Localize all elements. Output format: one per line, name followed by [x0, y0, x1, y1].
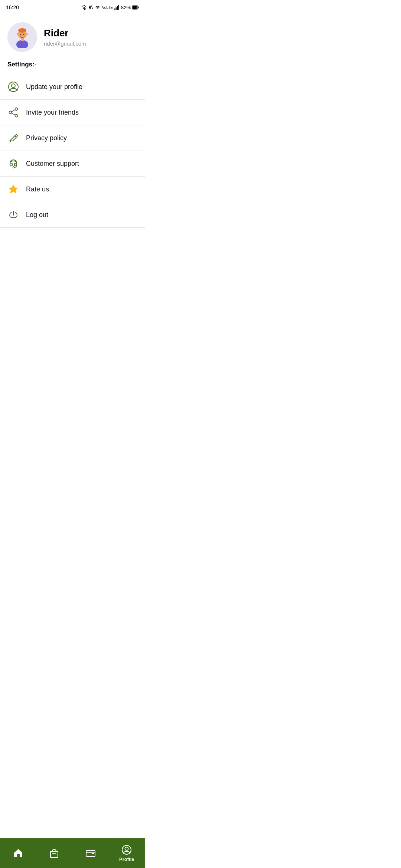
- svg-line-23: [12, 110, 15, 112]
- menu-item-update-profile[interactable]: Update your profile: [0, 74, 145, 100]
- headset-icon: [7, 158, 19, 170]
- menu-label-log-out: Log out: [26, 211, 48, 219]
- avatar: [7, 22, 37, 52]
- signal-icon: [114, 5, 120, 10]
- svg-marker-27: [9, 185, 18, 193]
- avatar-svg: [11, 26, 33, 48]
- svg-point-16: [16, 40, 28, 48]
- svg-point-20: [15, 108, 18, 111]
- menu-list: Update your profile Invite your friends …: [0, 74, 145, 228]
- svg-line-0: [83, 8, 84, 9]
- svg-line-24: [12, 113, 15, 115]
- svg-point-12: [17, 33, 19, 35]
- svg-point-19: [12, 84, 15, 88]
- menu-item-log-out[interactable]: Log out: [0, 202, 145, 228]
- svg-point-11: [18, 28, 26, 33]
- status-time: 16:20: [6, 4, 19, 10]
- svg-point-22: [9, 111, 12, 114]
- svg-line-2: [91, 6, 93, 9]
- signal-text: VoLTE: [102, 6, 113, 10]
- profile-name: Rider: [44, 27, 86, 39]
- status-icons: VoLTE 82%: [82, 5, 139, 10]
- svg-rect-6: [118, 5, 119, 10]
- svg-point-13: [26, 33, 28, 35]
- svg-marker-1: [89, 6, 91, 9]
- svg-rect-3: [114, 9, 115, 10]
- menu-label-rate-us: Rate us: [26, 185, 49, 193]
- svg-rect-5: [117, 6, 118, 10]
- svg-rect-17: [21, 38, 24, 41]
- svg-line-25: [15, 136, 16, 137]
- bluetooth-icon: [82, 5, 87, 10]
- share-icon: [7, 106, 19, 118]
- svg-rect-8: [133, 6, 137, 9]
- profile-header: Rider rider@gmail.com: [0, 13, 145, 58]
- menu-label-customer-support: Customer support: [26, 160, 79, 168]
- battery-text: 82%: [121, 5, 131, 10]
- svg-point-26: [13, 167, 14, 168]
- svg-rect-9: [138, 7, 139, 9]
- profile-info: Rider rider@gmail.com: [44, 27, 86, 47]
- menu-item-customer-support[interactable]: Customer support: [0, 151, 145, 177]
- menu-item-invite-friends[interactable]: Invite your friends: [0, 100, 145, 125]
- pencil-icon: [7, 132, 19, 144]
- svg-rect-4: [115, 7, 117, 10]
- mute-icon: [88, 5, 93, 10]
- settings-label: Settings:-: [0, 58, 145, 74]
- svg-point-21: [15, 115, 18, 117]
- svg-point-14: [20, 34, 22, 35]
- status-bar: 16:20 VoLTE 82%: [0, 0, 145, 13]
- profile-email: rider@gmail.com: [44, 40, 86, 47]
- menu-item-rate-us[interactable]: Rate us: [0, 177, 145, 202]
- menu-item-privacy-policy[interactable]: Privacy policy: [0, 125, 145, 151]
- power-icon: [7, 209, 19, 221]
- menu-label-invite-friends: Invite your friends: [26, 109, 79, 116]
- wifi-icon: [95, 5, 101, 10]
- svg-point-15: [23, 34, 25, 35]
- battery-icon: [132, 5, 139, 10]
- menu-label-update-profile: Update your profile: [26, 83, 82, 91]
- menu-label-privacy-policy: Privacy policy: [26, 134, 67, 142]
- person-icon: [7, 81, 19, 93]
- star-icon: [7, 183, 19, 195]
